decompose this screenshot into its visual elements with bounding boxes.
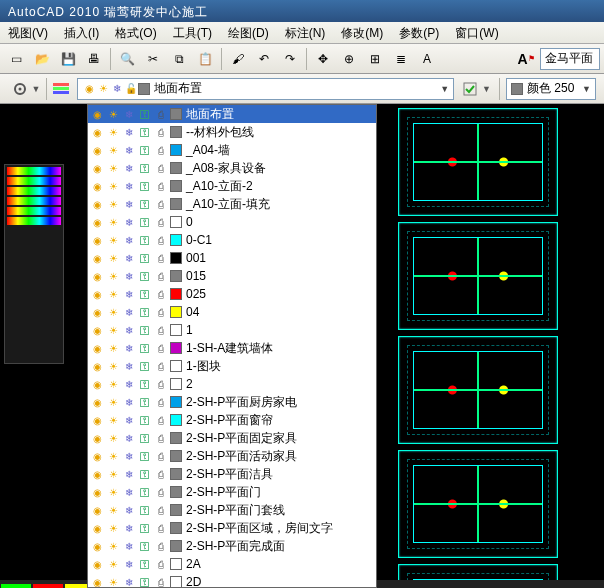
viewport-freeze-icon[interactable]: ❄ [122,107,136,121]
pan-icon[interactable]: ✥ [311,47,335,71]
layer-row[interactable]: ◉☀❄⚿⎙04 [88,303,376,321]
lock-icon[interactable]: ⚿ [138,575,152,588]
viewport-freeze-icon[interactable]: ❄ [122,521,136,535]
lock-icon[interactable]: ⚿ [138,431,152,445]
sheet-thumbnail[interactable] [398,336,558,444]
cut-icon[interactable]: ✂ [141,47,165,71]
viewport-freeze-icon[interactable]: ❄ [122,197,136,211]
bulb-icon[interactable]: ◉ [90,215,104,229]
plot-icon[interactable]: 🖶 [82,47,106,71]
settings-gear-icon[interactable] [8,77,32,101]
viewport-freeze-icon[interactable]: ❄ [122,233,136,247]
bulb-icon[interactable]: ◉ [90,449,104,463]
layer-row[interactable]: ◉☀❄⚿⎙1-图块 [88,357,376,375]
viewport-freeze-icon[interactable]: ❄ [122,503,136,517]
plot-icon[interactable]: ⎙ [154,143,168,157]
plot-icon[interactable]: ⎙ [154,359,168,373]
bulb-icon[interactable]: ◉ [90,485,104,499]
layer-row[interactable]: ◉☀❄⚿⎙地面布置 [88,105,376,123]
menu-绘图(D)[interactable]: 绘图(D) [220,22,277,43]
sun-icon[interactable]: ☀ [106,539,120,553]
lock-icon[interactable]: ⚿ [138,539,152,553]
text-style-icon[interactable]: A [415,47,439,71]
bulb-icon[interactable]: ◉ [90,359,104,373]
bulb-icon[interactable]: ◉ [90,557,104,571]
plot-icon[interactable]: ⎙ [154,305,168,319]
plot-icon[interactable]: ⎙ [154,377,168,391]
sun-icon[interactable]: ☀ [106,143,120,157]
plot-icon[interactable]: ⎙ [154,341,168,355]
layer-row[interactable]: ◉☀❄⚿⎙2-SH-P平面窗帘 [88,411,376,429]
sun-icon[interactable]: ☀ [106,197,120,211]
sun-icon[interactable]: ☀ [106,287,120,301]
lock-icon[interactable]: ⚿ [138,359,152,373]
bulb-icon[interactable]: ◉ [90,575,104,588]
lock-icon[interactable]: ⚿ [138,413,152,427]
bulb-icon[interactable]: ◉ [90,395,104,409]
sun-icon[interactable]: ☀ [106,251,120,265]
style-name-input[interactable] [540,48,600,70]
viewport-freeze-icon[interactable]: ❄ [122,179,136,193]
sun-icon[interactable]: ☀ [106,503,120,517]
layer-row[interactable]: ◉☀❄⚿⎙2D [88,573,376,588]
plot-icon[interactable]: ⎙ [154,521,168,535]
bulb-icon[interactable]: ◉ [90,161,104,175]
bulb-icon[interactable]: ◉ [90,503,104,517]
viewport-freeze-icon[interactable]: ❄ [122,287,136,301]
sun-icon[interactable]: ☀ [106,269,120,283]
layer-row[interactable]: ◉☀❄⚿⎙2-SH-P平面完成面 [88,537,376,555]
bulb-icon[interactable]: ◉ [90,107,104,121]
layer-row[interactable]: ◉☀❄⚿⎙2A [88,555,376,573]
lock-icon[interactable]: ⚿ [138,215,152,229]
layer-row[interactable]: ◉☀❄⚿⎙2 [88,375,376,393]
sun-icon[interactable]: ☀ [106,125,120,139]
menu-窗口(W)[interactable]: 窗口(W) [447,22,506,43]
layer-manager-icon[interactable] [49,77,73,101]
print-preview-icon[interactable]: 🔍 [115,47,139,71]
layer-row[interactable]: ◉☀❄⚿⎙_A10-立面-2 [88,177,376,195]
sheet-thumbnail[interactable] [398,222,558,330]
chevron-down-icon[interactable]: ▼ [582,84,591,94]
menu-标注(N)[interactable]: 标注(N) [277,22,334,43]
viewport-freeze-icon[interactable]: ❄ [122,575,136,588]
layer-row[interactable]: ◉☀❄⚿⎙_A04-墙 [88,141,376,159]
sun-icon[interactable]: ☀ [106,377,120,391]
layer-row[interactable]: ◉☀❄⚿⎙001 [88,249,376,267]
sun-icon[interactable]: ☀ [106,575,120,588]
plot-icon[interactable]: ⎙ [154,125,168,139]
plot-icon[interactable]: ⎙ [154,197,168,211]
bulb-icon[interactable]: ◉ [90,125,104,139]
plot-icon[interactable]: ⎙ [154,269,168,283]
paste-icon[interactable]: 📋 [193,47,217,71]
lock-icon[interactable]: ⚿ [138,107,152,121]
annotation-style-icon[interactable]: A⚑ [514,47,538,71]
plot-icon[interactable]: ⎙ [154,161,168,175]
sun-icon[interactable]: ☀ [106,179,120,193]
layer-row[interactable]: ◉☀❄⚿⎙2-SH-P平面门套线 [88,501,376,519]
dropdown-arrow-icon[interactable]: ▼ [32,84,41,94]
sheet-thumbnail[interactable] [398,108,558,216]
bulb-icon[interactable]: ◉ [90,305,104,319]
bulb-icon[interactable]: ◉ [90,287,104,301]
layer-row[interactable]: ◉☀❄⚿⎙0-C1 [88,231,376,249]
viewport-freeze-icon[interactable]: ❄ [122,161,136,175]
undo-icon[interactable]: ↶ [252,47,276,71]
sun-icon[interactable]: ☀ [106,161,120,175]
plot-icon[interactable]: ⎙ [154,251,168,265]
layer-row[interactable]: ◉☀❄⚿⎙2-SH-P平面固定家具 [88,429,376,447]
bulb-icon[interactable]: ◉ [90,539,104,553]
viewport-freeze-icon[interactable]: ❄ [122,377,136,391]
layer-combo[interactable]: ◉ ☀ ❄ 🔓 地面布置 ▼ [77,78,454,100]
plot-icon[interactable]: ⎙ [154,395,168,409]
bulb-icon[interactable]: ◉ [90,197,104,211]
viewport-freeze-icon[interactable]: ❄ [122,485,136,499]
viewport-freeze-icon[interactable]: ❄ [122,125,136,139]
menu-格式(O)[interactable]: 格式(O) [107,22,164,43]
new-icon[interactable]: ▭ [4,47,28,71]
viewport-freeze-icon[interactable]: ❄ [122,395,136,409]
layer-row[interactable]: ◉☀❄⚿⎙2-SH-P平面活动家具 [88,447,376,465]
layer-row[interactable]: ◉☀❄⚿⎙2-SH-P平面区域，房间文字 [88,519,376,537]
bulb-icon[interactable]: ◉ [90,431,104,445]
layer-props-icon[interactable]: ≣ [389,47,413,71]
sun-icon[interactable]: ☀ [106,485,120,499]
